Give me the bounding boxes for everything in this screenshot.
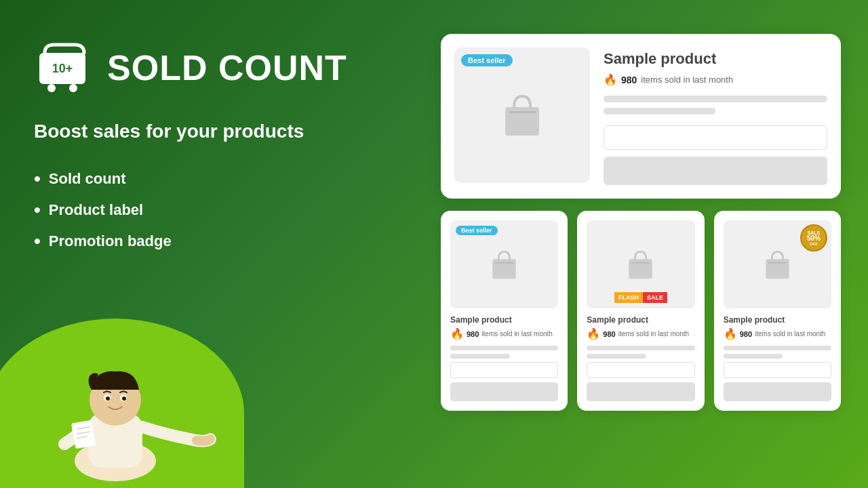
svg-rect-18	[495, 262, 514, 263]
product-card-small-3: SALE 50% OFF Sample product 🔥 980 items …	[714, 211, 841, 411]
left-panel: 10+ SOLD COUNT Boost sales for your prod…	[0, 0, 393, 488]
skeleton-line-1	[604, 96, 827, 102]
skel-1b	[450, 354, 510, 359]
sold-count-row-large: 🔥 980 items sold in last month	[604, 73, 827, 86]
sold-count-num-sm-2: 980	[603, 330, 615, 338]
svg-rect-20	[631, 262, 650, 263]
product-title-large: Sample product	[604, 50, 827, 68]
skel-input-2	[587, 362, 694, 378]
features-list: Sold count Product label Promotion badge	[34, 168, 359, 252]
subtitle: Boost sales for your products	[34, 119, 359, 144]
sold-count-text-sm-2: items sold in last month	[618, 330, 690, 338]
svg-point-10	[122, 396, 126, 401]
skeleton-button-large	[604, 157, 827, 185]
character-illustration	[14, 332, 217, 488]
sale-off: OFF	[810, 242, 818, 246]
svg-point-9	[106, 396, 110, 401]
flash-label: FLASH	[614, 292, 643, 303]
skel-input-1	[450, 362, 558, 378]
sale-badge-circle: SALE 50% OFF	[800, 224, 827, 251]
feature-label-1: Sold count	[49, 170, 126, 188]
sold-count-row-sm-2: 🔥 980 items sold in last month	[587, 327, 694, 340]
sale-pct: 50%	[807, 235, 821, 242]
cards-row: Best seller Sample product 🔥 980 items s…	[441, 211, 841, 411]
sold-count-num-large: 980	[621, 75, 637, 85]
skeleton-input-large	[604, 125, 827, 150]
sold-count-text-sm-3: items sold in last month	[755, 330, 826, 338]
best-seller-badge-sm-1: Best seller	[456, 226, 498, 235]
svg-text:10+: 10+	[52, 62, 73, 75]
skel-3a	[724, 346, 831, 350]
svg-rect-22	[768, 262, 787, 263]
svg-point-2	[47, 84, 56, 92]
sold-count-text-large: items sold in last month	[641, 75, 733, 85]
skel-input-3	[724, 362, 831, 378]
product-title-sm-1: Sample product	[450, 315, 558, 325]
feature-item-1: Sold count	[34, 168, 359, 190]
product-image-small-1: Best seller	[450, 220, 558, 308]
product-image-large: Best seller	[454, 47, 590, 183]
product-card-large: Best seller Sample product 🔥 980 items s…	[441, 34, 841, 199]
fire-icon-sm-1: 🔥	[450, 327, 464, 340]
sold-count-num-sm-1: 980	[467, 330, 479, 338]
svg-point-3	[69, 84, 77, 92]
product-title-sm-2: Sample product	[587, 315, 694, 325]
fire-icon-sm-3: 🔥	[724, 327, 737, 340]
app-title: SOLD COUNT	[107, 47, 347, 88]
product-image-small-2: FLASH SALE	[587, 220, 694, 308]
sold-count-text-sm-1: items sold in last month	[481, 330, 553, 338]
skel-3b	[724, 354, 783, 359]
svg-rect-16	[509, 111, 536, 113]
product-card-small-1: Best seller Sample product 🔥 980 items s…	[441, 211, 568, 411]
product-info-large: Sample product 🔥 980 items sold in last …	[604, 47, 827, 185]
product-image-small-3: SALE 50% OFF	[724, 220, 831, 308]
sold-count-num-sm-3: 980	[740, 330, 752, 338]
feature-item-2: Product label	[34, 199, 359, 221]
best-seller-badge-large: Best seller	[461, 54, 513, 66]
sold-count-row-sm-3: 🔥 980 items sold in last month	[724, 327, 831, 340]
skeleton-line-2	[604, 108, 715, 115]
skel-1a	[450, 346, 558, 350]
skel-btn-2	[587, 382, 694, 401]
sale-label: SALE	[643, 292, 667, 303]
flash-sale-banner: FLASH SALE	[614, 292, 667, 303]
skel-btn-3	[724, 382, 831, 401]
feature-label-2: Product label	[49, 201, 143, 219]
fire-icon-sm-2: 🔥	[587, 327, 600, 340]
product-title-sm-3: Sample product	[724, 315, 831, 325]
sold-count-row-sm-1: 🔥 980 items sold in last month	[450, 327, 558, 340]
skel-2b	[587, 354, 646, 359]
feature-item-3: Promotion badge	[34, 230, 359, 252]
cart-icon: 10+	[34, 41, 95, 95]
feature-label-3: Promotion badge	[49, 232, 172, 250]
fire-icon-large: 🔥	[604, 73, 617, 86]
product-card-small-2: FLASH SALE Sample product 🔥 980 items so…	[577, 211, 704, 411]
right-panel: Best seller Sample product 🔥 980 items s…	[441, 34, 841, 411]
skel-2a	[587, 346, 694, 350]
skel-btn-1	[450, 382, 558, 401]
logo-area: 10+ SOLD COUNT	[34, 41, 359, 95]
